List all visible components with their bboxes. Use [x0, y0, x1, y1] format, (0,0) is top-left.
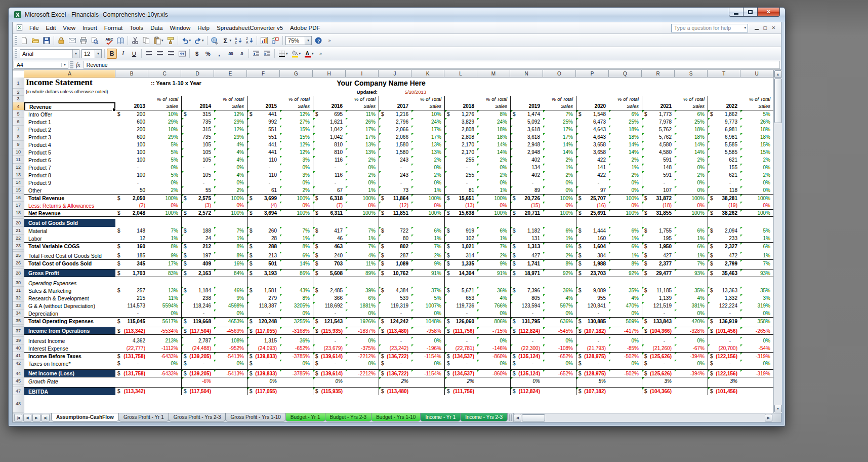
cell-S3[interactable]: % of Total: [675, 96, 708, 102]
cell-K39[interactable]: 0%: [411, 337, 444, 344]
cell-D45[interactable]: -6%: [181, 377, 214, 385]
cell-B18[interactable]: $2,048: [115, 209, 148, 217]
cell-F5[interactable]: $441: [247, 110, 280, 118]
cell-N12[interactable]: 134: [510, 164, 543, 171]
drawing-button[interactable]: [270, 35, 280, 46]
column-header-R[interactable]: R: [642, 70, 675, 78]
cell-T47[interactable]: $(101,456): [708, 387, 740, 395]
cell-J31[interactable]: $4,384: [379, 287, 411, 294]
menu-adobe-pdf[interactable]: Adobe PDF: [286, 23, 323, 32]
cell-Q35[interactable]: 509%: [609, 317, 642, 325]
cell-L16[interactable]: $15,651: [444, 194, 477, 202]
cell-S25[interactable]: 1%: [675, 252, 708, 259]
cell-D9[interactable]: 105: [181, 141, 214, 148]
row-header-39[interactable]: 39: [13, 337, 24, 344]
column-header-H[interactable]: H: [313, 70, 346, 78]
cell-Q22[interactable]: 1%: [609, 235, 642, 242]
cell-B41[interactable]: $(131,758): [115, 352, 148, 360]
cell-M34[interactable]: 0%: [477, 310, 510, 317]
empty-cells[interactable]: [24, 395, 773, 413]
cell-Q5[interactable]: 6%: [609, 110, 642, 118]
cell-J13[interactable]: 243: [379, 171, 411, 179]
cell-I21[interactable]: 7%: [346, 227, 379, 235]
cell-M11[interactable]: 2%: [477, 156, 510, 164]
align-left-button[interactable]: [144, 49, 154, 59]
cell-B7[interactable]: 200: [115, 126, 148, 133]
cell-I22[interactable]: 1%: [346, 235, 379, 242]
vertical-scroll-thumb[interactable]: [774, 79, 782, 123]
cell-D4[interactable]: 2014: [181, 102, 214, 110]
cell-G10[interactable]: 12%: [280, 148, 313, 156]
cell-G33[interactable]: 3205%: [280, 302, 313, 310]
cell-K18[interactable]: 100%: [411, 209, 444, 217]
cell-O22[interactable]: 1%: [543, 235, 576, 242]
cell-U12[interactable]: 0%: [740, 164, 773, 171]
cell-T20[interactable]: [708, 219, 740, 227]
cell-G8[interactable]: 15%: [280, 133, 313, 141]
redo-button[interactable]: ▾: [193, 35, 205, 46]
cell-F4[interactable]: 2015: [247, 102, 280, 110]
cell-R10[interactable]: 4,580: [642, 148, 675, 156]
cell-H23[interactable]: $463: [313, 242, 346, 250]
cell-R16[interactable]: $31,872: [642, 194, 675, 202]
cell-E22[interactable]: 1%: [214, 235, 247, 242]
horizontal-scroll-track[interactable]: [546, 414, 765, 421]
cell-T28[interactable]: $35,463: [708, 269, 740, 277]
cell-I14[interactable]: 0%: [346, 179, 379, 186]
cell-J12[interactable]: -: [379, 164, 411, 171]
cell-Q40[interactable]: -85%: [609, 344, 642, 352]
cell-L25[interactable]: $314: [444, 252, 477, 259]
cell-T12[interactable]: 155: [708, 164, 740, 171]
cell-J14[interactable]: -: [379, 179, 411, 186]
cell-G32[interactable]: 8%: [280, 294, 313, 302]
cell-T16[interactable]: $38,281: [708, 194, 740, 202]
cell-B44[interactable]: $(131,758): [115, 369, 148, 377]
cell-C39[interactable]: 213%: [148, 337, 181, 344]
cell-K14[interactable]: 0%: [411, 179, 444, 186]
cell-E39[interactable]: 108%: [214, 337, 247, 344]
cell-P14[interactable]: -: [576, 179, 609, 186]
cell-Q31[interactable]: 35%: [609, 287, 642, 294]
cell-E26[interactable]: 16%: [214, 259, 247, 267]
cell-L26[interactable]: $1,335: [444, 259, 477, 267]
cell-S35[interactable]: 420%: [675, 317, 708, 325]
cell-G41[interactable]: -3785%: [280, 352, 313, 360]
cell-L10[interactable]: 2,170: [444, 148, 477, 156]
cell-G5[interactable]: 12%: [280, 110, 313, 118]
column-header-N[interactable]: N: [510, 70, 543, 78]
cell-L34[interactable]: -: [444, 310, 477, 317]
cell-E45[interactable]: [214, 377, 247, 385]
tab-gross-profit-yrs-1-10[interactable]: Gross Profit - Yrs 1-10: [225, 413, 285, 421]
cell-E35[interactable]: 4653%: [214, 317, 247, 325]
cell-N32[interactable]: 805: [510, 294, 543, 302]
cell-O4[interactable]: Sales: [543, 102, 576, 110]
cell-Q37[interactable]: -417%: [609, 327, 642, 335]
cell-I31[interactable]: 39%: [346, 287, 379, 294]
cell-Q39[interactable]: 0%: [609, 337, 642, 344]
cell-U30[interactable]: [740, 279, 773, 287]
cell-T14[interactable]: -: [708, 179, 740, 186]
cell-I23[interactable]: 7%: [346, 242, 379, 250]
cell-P15[interactable]: 97: [576, 186, 609, 194]
cell-J28[interactable]: $10,762: [379, 269, 411, 277]
scroll-down-button[interactable]: ▼: [774, 405, 782, 412]
cell-G39[interactable]: 36%: [280, 337, 313, 344]
cell-C11[interactable]: 5%: [148, 156, 181, 164]
cell-H4[interactable]: 2016: [313, 102, 346, 110]
cell-E37[interactable]: -4569%: [214, 327, 247, 335]
cell-E41[interactable]: -5413%: [214, 352, 247, 360]
column-header-U[interactable]: U: [740, 70, 773, 78]
cell-L11[interactable]: 255: [444, 156, 477, 164]
cell-K7[interactable]: 17%: [411, 126, 444, 133]
cell-N17[interactable]: (15): [510, 202, 543, 209]
cell-G13[interactable]: 3%: [280, 171, 313, 179]
cell-I30[interactable]: [346, 279, 379, 287]
print-button[interactable]: [78, 35, 89, 46]
column-header-S[interactable]: S: [675, 70, 708, 78]
cell-K16[interactable]: 100%: [411, 194, 444, 202]
cell-Q34[interactable]: 0%: [609, 310, 642, 317]
cell-R23[interactable]: $1,950: [642, 242, 675, 250]
cell-B15[interactable]: 50: [115, 186, 148, 194]
cell-U10[interactable]: 15%: [740, 148, 773, 156]
cell-L17[interactable]: (13): [444, 202, 477, 209]
